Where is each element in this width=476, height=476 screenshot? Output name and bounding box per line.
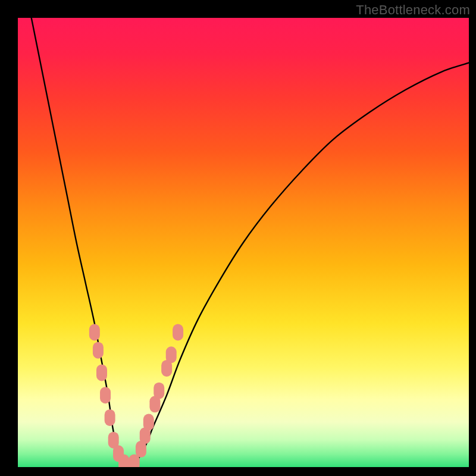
sample-marker	[96, 364, 107, 381]
sample-markers	[89, 324, 183, 468]
sample-marker	[173, 324, 183, 341]
sample-marker	[89, 324, 100, 341]
plot-area	[18, 18, 469, 467]
sample-marker	[105, 409, 115, 426]
sample-marker	[100, 387, 111, 403]
curve-layer	[18, 18, 469, 467]
sample-marker	[154, 383, 164, 399]
bottleneck-curve	[32, 18, 469, 467]
sample-marker	[93, 342, 104, 359]
chart-frame: TheBottleneck.com	[0, 0, 476, 476]
sample-marker	[166, 346, 177, 363]
attribution-label: TheBottleneck.com	[356, 2, 470, 18]
sample-marker	[143, 414, 154, 431]
